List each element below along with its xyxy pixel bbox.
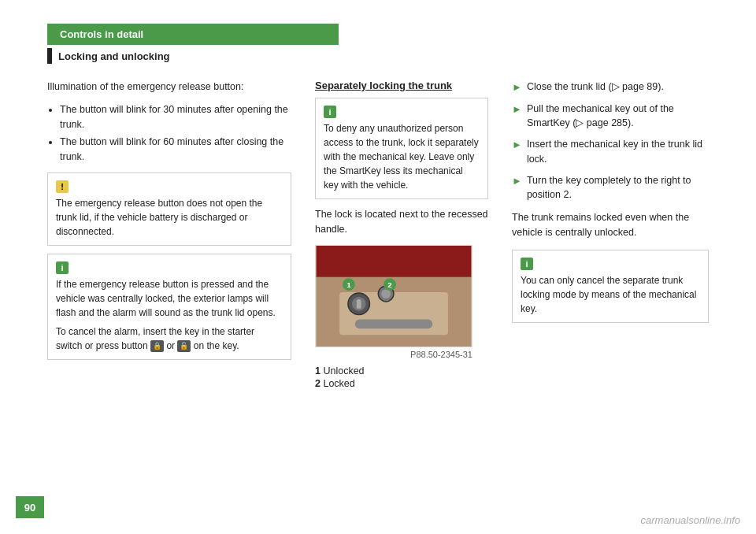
svg-rect-1: [317, 246, 472, 276]
info-icon-left: i: [56, 261, 69, 274]
bullet-item-1: The button will blink for 30 minutes aft…: [60, 102, 291, 132]
arrow-icon-4: ►: [512, 173, 522, 189]
intro-text: Illumination of the emergency release bu…: [47, 80, 291, 95]
middle-section-title: Separately locking the trunk: [315, 80, 488, 91]
svg-rect-4: [355, 319, 432, 328]
left-column: Illumination of the emergency release bu…: [47, 80, 291, 518]
step-4: ► Turn the key completely to the right t…: [512, 173, 709, 203]
trunk-illustration: 1 2: [315, 245, 472, 347]
page-container: Controls in detail Locking and unlocking…: [0, 0, 756, 534]
trunk-remains-locked-note: The trunk remains locked even when the v…: [512, 210, 709, 240]
svg-text:2: 2: [387, 280, 392, 289]
right-column: ► Close the trunk lid (▷ page 89). ► Pul…: [512, 80, 709, 518]
warning-text: The emergency release button does not op…: [56, 196, 283, 239]
arrow-icon-2: ►: [512, 102, 522, 117]
trunk-image-container: 1 2 P88.50-2345-31: [315, 245, 472, 359]
info-text-left-2: To cancel the alarm, insert the key in t…: [56, 324, 283, 353]
image-caption: P88.50-2345-31: [315, 350, 472, 359]
lock-location-text: The lock is located next to the recessed…: [315, 207, 488, 237]
arrow-icon-3: ►: [512, 137, 522, 153]
key-button-icon-1: 🔒: [150, 340, 164, 353]
info-icon-right: i: [521, 258, 533, 270]
warning-icon: !: [56, 180, 69, 193]
content-area: Illumination of the emergency release bu…: [0, 80, 756, 534]
label-unlocked: 1 1 UnlockedUnlocked: [315, 365, 488, 376]
step-4-text: Turn the key completely to the right to …: [527, 173, 709, 203]
middle-column: Separately locking the trunk i To deny a…: [315, 80, 488, 518]
section-header: Controls in detail: [47, 24, 339, 45]
arrow-icon-1: ►: [512, 80, 522, 95]
step-3: ► Insert the mechanical key in the trunk…: [512, 137, 709, 167]
info-text-right: You can only cancel the separate trunk l…: [521, 273, 700, 316]
sub-header: Locking and unlocking: [47, 48, 339, 64]
step-1: ► Close the trunk lid (▷ page 89).: [512, 80, 709, 95]
step-3-text: Insert the mechanical key in the trunk l…: [527, 137, 709, 167]
subsection-title: Locking and unlocking: [58, 50, 170, 62]
section-title: Controls in detail: [60, 28, 143, 40]
sub-header-bar: [47, 48, 52, 64]
bullet-list: The button will blink for 30 minutes aft…: [60, 102, 291, 165]
bullet-item-2: The button will blink for 60 minutes aft…: [60, 135, 291, 165]
step-2: ► Pull the mechanical key out of the Sma…: [512, 102, 709, 132]
step-1-text: Close the trunk lid (▷ page 89).: [527, 80, 664, 95]
svg-point-8: [357, 299, 361, 303]
step-2-text: Pull the mechanical key out of the Smart…: [527, 102, 709, 132]
warning-box: ! The emergency release button does not …: [47, 172, 291, 246]
watermark: carmanualsonline.info: [641, 514, 740, 526]
svg-text:1: 1: [346, 280, 351, 289]
label-locked: 2 2 LockedLocked: [315, 378, 488, 389]
info-text-left-1: If the emergency release button is press…: [56, 277, 283, 320]
info-box-right: i You can only cancel the separate trunk…: [512, 250, 709, 323]
page-number: 90: [16, 496, 44, 518]
key-button-icon-2: 🔓: [177, 340, 191, 353]
info-box-middle: i To deny any unauthorized person access…: [315, 98, 488, 199]
info-icon-middle: i: [324, 106, 336, 118]
info-box-left: i If the emergency release button is pre…: [47, 254, 291, 360]
info-text-middle: To deny any unauthorized person access t…: [324, 121, 480, 192]
